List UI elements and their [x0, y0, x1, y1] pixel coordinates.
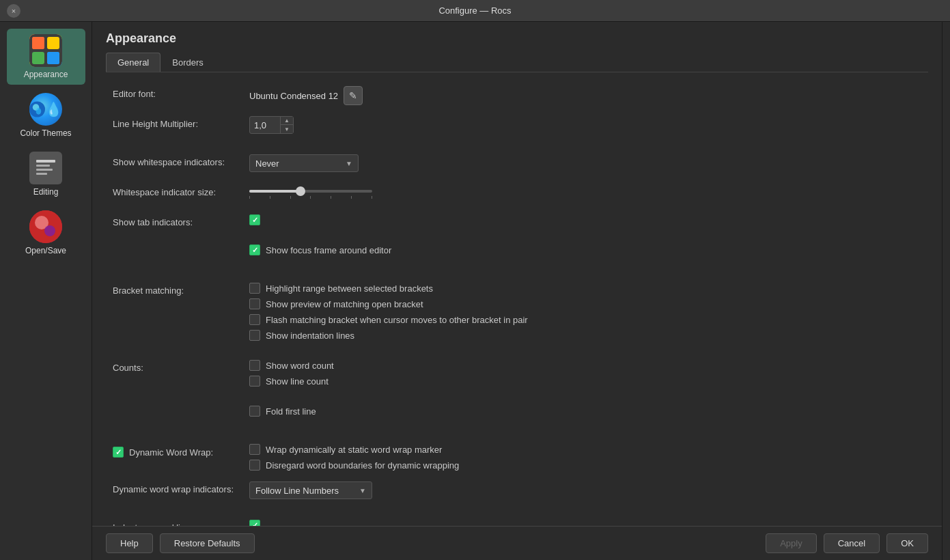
bracket-checkbox-2[interactable] [249, 314, 260, 325]
tab-indicators-checkbox[interactable] [249, 214, 260, 225]
dynamic-wrap-option-0[interactable]: Wrap dynamically at static word wrap mar… [249, 444, 442, 455]
restore-defaults-button[interactable]: Restore Defaults [160, 533, 255, 553]
dynamic-wrap-checkbox-0[interactable] [249, 444, 260, 455]
slider-thumb[interactable] [296, 186, 305, 196]
bracket-option-3[interactable]: Show indentation lines [249, 330, 354, 341]
svg-rect-12 [36, 173, 47, 175]
bracket-option-0[interactable]: Highlight range between selected bracket… [249, 283, 433, 294]
tick-7 [372, 196, 372, 199]
indent-wrapped-checkbox[interactable] [249, 520, 260, 526]
counts-option-1[interactable]: Show line count [249, 376, 329, 387]
line-height-value: 1,0 [250, 119, 280, 132]
counts-option-0[interactable]: Show word count [249, 360, 334, 371]
focus-frame-row: Show focus frame around editor [113, 244, 921, 264]
svg-point-7 [36, 108, 42, 115]
ok-button[interactable]: OK [886, 533, 928, 553]
svg-rect-3 [32, 52, 44, 64]
dynamic-word-wrap-checkbox[interactable] [113, 447, 124, 458]
tab-indicators-label: Show tab indicators: [113, 214, 249, 227]
editing-icon [29, 152, 62, 184]
tab-indicators-control [249, 214, 921, 225]
indent-wrapped-label: Indent wrapped lines: [113, 520, 249, 526]
dynamic-word-wrap-checkbox-item[interactable]: Dynamic Word Wrap: [113, 447, 249, 458]
counts-control: Show word count Show line count [249, 360, 921, 387]
close-button[interactable]: × [7, 4, 20, 18]
tab-indicators-row: Show tab indicators: [113, 214, 921, 234]
whitespace-control: Never ▼ [249, 154, 921, 172]
bracket-checkbox-1[interactable] [249, 298, 260, 309]
focus-frame-checkbox-item[interactable]: Show focus frame around editor [249, 244, 391, 255]
tabs: General Borders [106, 53, 928, 72]
title-bar: × Configure — Rocs [0, 0, 950, 22]
apply-button[interactable]: Apply [766, 533, 817, 553]
whitespace-dropdown-value: Never [255, 158, 279, 169]
dynamic-wrap-indicators-value: Follow Line Numbers [255, 486, 339, 496]
focus-frame-checkbox[interactable] [249, 244, 260, 255]
fold-first-checkbox[interactable] [249, 406, 260, 417]
line-height-row: Line Height Multiplier: 1,0 ▲ ▼ [113, 116, 921, 135]
fold-first-line-row: Fold first line [113, 406, 921, 425]
counts-checkbox-0[interactable] [249, 360, 260, 371]
sidebar-item-appearance[interactable]: Appearance [7, 29, 85, 85]
focus-frame-empty-label [113, 244, 249, 247]
svg-rect-10 [36, 165, 50, 167]
edit-font-button[interactable]: ✎ [344, 86, 363, 105]
dynamic-wrap-checkbox-1[interactable] [249, 460, 260, 471]
editor-font-label: Editor font: [113, 86, 249, 99]
line-height-spinner[interactable]: 1,0 ▲ ▼ [249, 116, 294, 134]
bracket-checkbox-3[interactable] [249, 330, 260, 341]
line-height-arrows: ▲ ▼ [280, 117, 293, 133]
tab-general[interactable]: General [106, 53, 160, 72]
counts-label-1: Show line count [266, 376, 329, 387]
bracket-checkbox-0[interactable] [249, 283, 260, 294]
bottom-bar: Help Restore Defaults Apply Cancel OK [92, 526, 942, 560]
bottom-right: Apply Cancel OK [766, 533, 928, 553]
editor-font-control: Ubuntu Condensed 12 ✎ [249, 86, 921, 105]
bracket-label-3: Show indentation lines [266, 331, 354, 341]
bracket-option-1[interactable]: Show preview of matching open bracket [249, 298, 423, 309]
tick-6 [351, 196, 352, 199]
fold-first-checkbox-item[interactable]: Fold first line [249, 406, 316, 417]
whitespace-size-control [249, 184, 921, 199]
whitespace-dropdown[interactable]: Never ▼ [249, 154, 359, 172]
counts-label-0: Show word count [266, 361, 334, 371]
content-area: Appearance General Borders Editor font: … [92, 22, 942, 560]
dynamic-word-wrap-row: Dynamic Word Wrap: Wrap dynamically at s… [113, 444, 921, 471]
dynamic-wrap-label-1: Disregard word boundaries for dynamic wr… [266, 460, 459, 471]
line-height-up-arrow[interactable]: ▲ [281, 117, 293, 125]
focus-frame-label: Show focus frame around editor [266, 245, 391, 255]
tab-borders[interactable]: Borders [160, 53, 215, 72]
counts-row: Counts: Show word count Show line count [113, 360, 921, 387]
dynamic-wrap-indicators-arrow: ▼ [359, 487, 366, 494]
sidebar-item-color-themes[interactable]: Color Themes [7, 87, 85, 143]
cancel-button[interactable]: Cancel [824, 533, 880, 553]
whitespace-label: Show whitespace indicators: [113, 154, 249, 167]
counts-checkbox-1[interactable] [249, 376, 260, 387]
dynamic-wrap-indicators-dropdown[interactable]: Follow Line Numbers ▼ [249, 481, 372, 499]
dynamic-word-wrap-control: Wrap dynamically at static word wrap mar… [249, 444, 921, 471]
fold-first-control: Fold first line [249, 406, 921, 417]
tick-1 [249, 196, 250, 199]
tab-indicators-checkbox-item[interactable] [249, 214, 260, 225]
whitespace-size-row: Whitespace indicator size: [113, 184, 921, 204]
svg-rect-2 [47, 37, 59, 49]
bracket-option-2[interactable]: Flash matching bracket when cursor moves… [249, 314, 528, 325]
indent-wrapped-checkbox-item[interactable] [249, 520, 260, 526]
dynamic-wrap-option-1[interactable]: Disregard word boundaries for dynamic wr… [249, 460, 459, 471]
bracket-matching-control: Highlight range between selected bracket… [249, 283, 921, 341]
font-name-value: Ubuntu Condensed 12 [249, 91, 338, 101]
main-container: Appearance Color Themes [0, 22, 950, 560]
scrollbar[interactable] [942, 22, 950, 560]
indent-wrapped-row: Indent wrapped lines: [113, 520, 921, 526]
whitespace-size-slider[interactable] [249, 190, 372, 193]
help-button[interactable]: Help [106, 533, 153, 553]
settings-content: Editor font: Ubuntu Condensed 12 ✎ Line … [92, 72, 942, 526]
sidebar-item-appearance-label: Appearance [24, 70, 68, 79]
dynamic-word-wrap-text: Dynamic Word Wrap: [129, 447, 213, 458]
window-title: Configure — Rocs [438, 5, 511, 16]
slider-fill [249, 190, 298, 193]
line-height-down-arrow[interactable]: ▼ [281, 125, 293, 133]
sidebar-item-open-save[interactable]: Open/Save [7, 205, 85, 261]
counts-label: Counts: [113, 360, 249, 373]
sidebar-item-editing[interactable]: Editing [7, 146, 85, 202]
